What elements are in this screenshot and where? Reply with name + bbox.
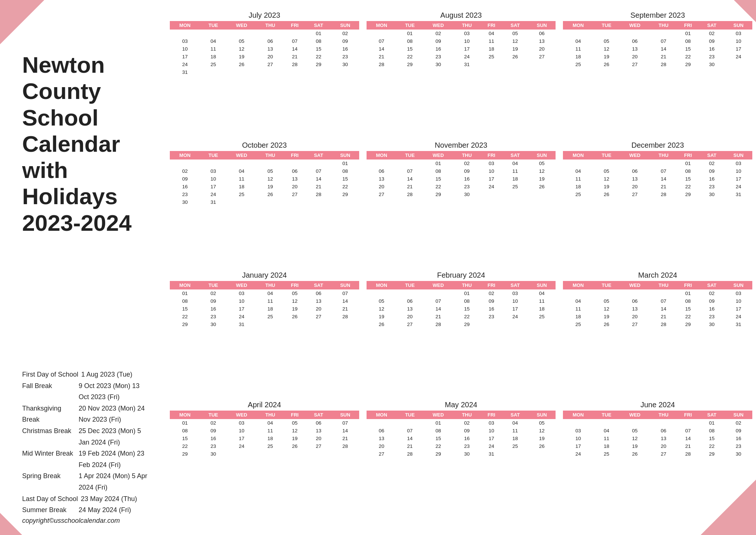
calendar-day: 10 — [200, 175, 227, 183]
month-block: November 2023MONTUEWEDTHUFRISATSUN010203… — [367, 141, 556, 264]
calendar-day — [227, 198, 257, 206]
holiday-row: Thanksgiving Break20 Nov 2023 (Mon) 24 N… — [22, 403, 151, 425]
calendars-area: July 2023MONTUEWEDTHUFRISATSUN0102030405… — [170, 11, 752, 524]
calendar-day: 08 — [397, 37, 423, 45]
day-header: THU — [257, 21, 284, 30]
calendar-day: 14 — [331, 427, 359, 435]
calendar-day — [284, 68, 306, 76]
calendar-day: 09 — [699, 37, 725, 45]
calendar-day: 17 — [502, 305, 528, 313]
calendar-day: 17 — [480, 435, 502, 442]
calendar-day: 19 — [367, 313, 397, 320]
calendar-day: 04 — [257, 289, 284, 297]
calendar-day: 22 — [453, 313, 480, 320]
calendar-day: 02 — [453, 160, 480, 167]
calendar-day — [170, 160, 200, 167]
calendar-day — [284, 450, 306, 458]
calendar-row: 11121314151617 — [563, 305, 752, 313]
calendar-row: 252627282930 — [563, 61, 752, 68]
calendar-day — [563, 419, 593, 427]
calendar-row: 010203 — [563, 289, 752, 297]
day-header: WED — [620, 151, 650, 160]
holiday-label: Summer Break — [22, 504, 76, 516]
day-header: WED — [227, 411, 257, 419]
calendar-day: 13 — [620, 45, 650, 53]
day-header: THU — [453, 281, 480, 289]
calendar-table: MONTUEWEDTHUFRISATSUN0102030405060708091… — [170, 411, 359, 458]
calendar-day: 29 — [677, 61, 699, 68]
month-block: May 2024MONTUEWEDTHUFRISATSUN01020304050… — [367, 401, 556, 524]
calendar-day — [257, 198, 284, 206]
calendar-day: 22 — [170, 313, 200, 320]
calendar-day: 11 — [593, 435, 620, 442]
calendar-day: 29 — [423, 450, 453, 458]
month-title: May 2024 — [367, 401, 556, 409]
calendar-day — [528, 61, 556, 68]
calendar-day: 17 — [170, 53, 200, 61]
calendar-day: 13 — [367, 175, 397, 183]
day-header: FRI — [480, 411, 502, 419]
calendar-day: 21 — [650, 313, 677, 320]
calendar-day: 15 — [677, 305, 699, 313]
calendar-day: 12 — [593, 45, 620, 53]
calendar-table: MONTUEWEDTHUFRISATSUN0102030405060708091… — [367, 21, 556, 68]
calendar-day: 01 — [331, 160, 359, 167]
calendar-row: 20212223242526 — [367, 442, 556, 450]
calendar-day: 09 — [480, 297, 502, 305]
calendar-day: 09 — [170, 175, 200, 183]
month-block: August 2023MONTUEWEDTHUFRISATSUN01020304… — [367, 11, 556, 134]
calendar-day — [423, 289, 453, 297]
calendar-day: 02 — [480, 289, 502, 297]
calendar-day: 08 — [699, 427, 725, 435]
calendar-day: 03 — [227, 289, 257, 297]
day-header: MON — [563, 411, 593, 419]
calendar-day: 27 — [397, 320, 423, 328]
calendar-row: 07080910111213 — [367, 37, 556, 45]
day-header: SAT — [306, 151, 331, 160]
calendar-day: 06 — [306, 289, 331, 297]
calendar-day: 16 — [170, 183, 200, 191]
calendar-day: 14 — [650, 305, 677, 313]
day-header: SAT — [306, 281, 331, 289]
calendar-day: 13 — [620, 175, 650, 183]
calendar-day: 06 — [367, 167, 397, 175]
calendar-day: 28 — [397, 191, 423, 198]
calendar-day: 31 — [453, 61, 480, 68]
calendar-day — [397, 160, 423, 167]
calendar-day — [502, 320, 528, 328]
day-header: FRI — [677, 411, 699, 419]
calendar-row: 26272829 — [367, 320, 556, 328]
calendar-day — [502, 191, 528, 198]
calendar-day: 10 — [725, 37, 752, 45]
calendar-day: 24 — [480, 183, 502, 191]
calendar-day: 26 — [284, 313, 306, 320]
calendar-day: 22 — [677, 53, 699, 61]
calendar-day: 05 — [528, 160, 556, 167]
calendar-day: 30 — [699, 191, 725, 198]
calendar-day: 29 — [331, 191, 359, 198]
calendar-day: 27 — [306, 313, 331, 320]
calendar-day: 13 — [306, 297, 331, 305]
calendar-day: 07 — [650, 37, 677, 45]
calendar-row: 27282930 — [367, 191, 556, 198]
holiday-info: First Day of School1 Aug 2023 (Tue)Fall … — [22, 369, 151, 516]
calendar-day — [528, 320, 556, 328]
calendar-day: 06 — [620, 37, 650, 45]
calendar-day: 07 — [650, 297, 677, 305]
calendar-day: 27 — [620, 191, 650, 198]
calendar-day: 03 — [725, 289, 752, 297]
calendar-day: 20 — [528, 45, 556, 53]
main-title: Newton County School Calendar with Holid… — [22, 52, 151, 236]
calendar-day: 29 — [397, 61, 423, 68]
holiday-dates: 9 Oct 2023 (Mon) 13 Oct 2023 (Fri) — [79, 380, 151, 403]
calendar-day — [200, 30, 227, 37]
calendar-day: 20 — [306, 435, 331, 442]
calendar-day: 09 — [453, 167, 480, 175]
calendar-day — [367, 289, 397, 297]
calendar-day: 11 — [200, 45, 227, 53]
calendar-row: 31 — [170, 68, 359, 76]
calendar-day: 02 — [699, 160, 725, 167]
calendar-row: 24252627282930 — [563, 450, 752, 458]
calendar-day: 15 — [699, 435, 725, 442]
calendar-day: 15 — [170, 305, 200, 313]
